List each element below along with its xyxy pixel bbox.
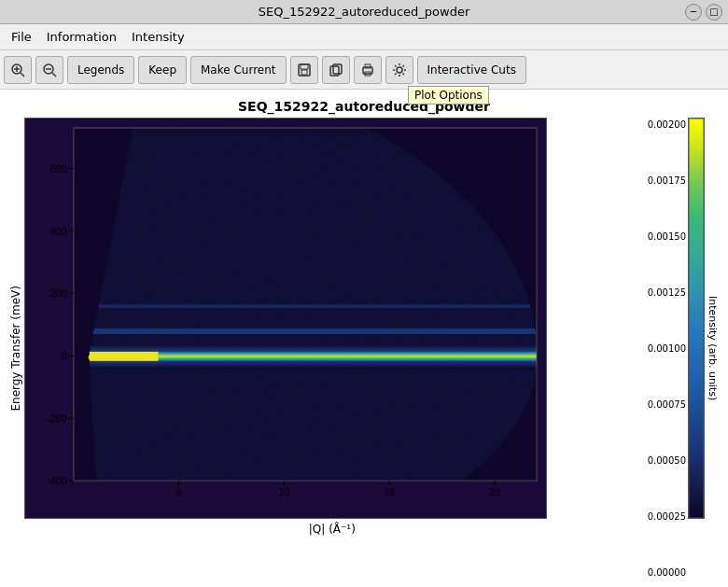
zoom-out-icon [42,63,57,77]
window-title: SEQ_152922_autoreduced_powder [259,5,469,19]
save-button[interactable] [290,56,318,84]
copy-icon [329,63,343,77]
colorbar-tick: 0.00075 [648,399,686,410]
colorbar-container: 0.002000.001750.001500.001250.001000.000… [648,118,719,580]
svg-line-5 [52,73,56,77]
settings-button[interactable] [385,56,413,84]
colorbar-tick: 0.00200 [648,119,686,130]
menu-bar: File Information Intensity [0,24,728,50]
plot-canvas [24,118,547,519]
colorbar-tick: 0.00050 [648,455,686,466]
title-bar: SEQ_152922_autoreduced_powder ─ □ [0,0,728,24]
toolbar: Legends Keep Make Current Interactive Cu… [0,50,728,90]
copy-button[interactable] [322,56,350,84]
colorbar-tick: 0.00150 [648,231,686,242]
plot-area: Energy Transfer (meV) |Q| (Å⁻¹) 0.002000… [0,118,728,580]
gear-icon [392,63,407,77]
colorbar-title: Intensity (arb. units) [707,118,719,580]
menu-information[interactable]: Information [39,28,124,46]
chart-wrapper: |Q| (Å⁻¹) [24,118,640,580]
svg-line-1 [21,73,24,77]
chart-with-colorbar: |Q| (Å⁻¹) 0.002000.001750.001500.001250.… [24,118,719,580]
colorbar-tick: 0.00100 [648,343,686,354]
colorbar-tick: 0.00000 [648,567,686,578]
print-icon [360,63,375,77]
zoom-in-button[interactable] [4,56,32,84]
plot-container: SEQ_152922_autoreduced_powder Energy Tra… [0,90,728,587]
x-axis-label: |Q| (Å⁻¹) [24,523,640,536]
menu-file[interactable]: File [4,28,39,46]
plot-options-tooltip: Plot Options [408,86,489,105]
keep-button[interactable]: Keep [138,56,187,84]
make-current-button[interactable]: Make Current [190,56,287,84]
interactive-cuts-button[interactable]: Interactive Cuts [417,56,526,84]
svg-point-15 [397,67,402,73]
window-controls: ─ □ [685,4,722,21]
legends-button[interactable]: Legends [67,56,134,84]
colorbar-tick: 0.00175 [648,175,686,186]
colorbar-ticks: 0.002000.001750.001500.001250.001000.000… [648,118,686,580]
print-button[interactable] [354,56,382,84]
colorbar-canvas [688,118,705,519]
colorbar-tick: 0.00025 [648,511,686,522]
zoom-out-button[interactable] [35,56,63,84]
svg-rect-9 [301,70,307,75]
y-axis-label: Energy Transfer (meV) [9,286,22,412]
menu-intensity[interactable]: Intensity [124,28,192,46]
zoom-in-icon [10,63,25,77]
colorbar-tick: 0.00125 [648,287,686,298]
save-icon [297,63,312,77]
minimize-button[interactable]: ─ [685,4,702,21]
maximize-button[interactable]: □ [706,4,722,21]
